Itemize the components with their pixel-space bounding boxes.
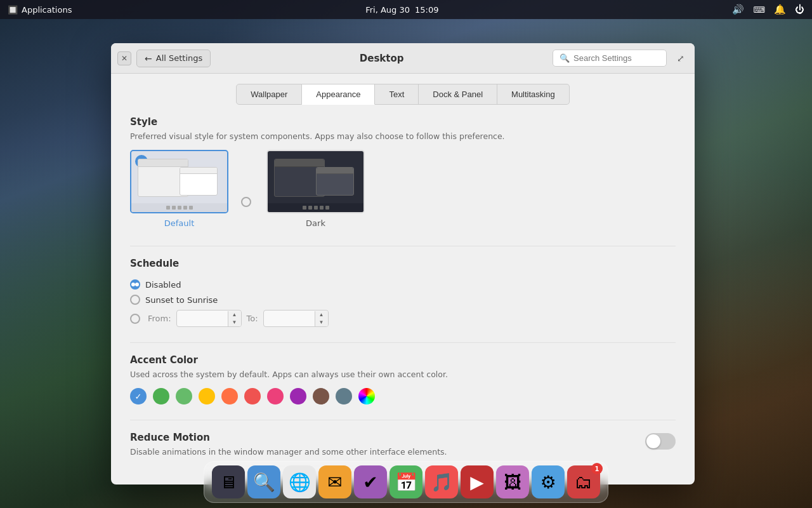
- dialog-title: Desktop: [360, 53, 404, 64]
- tab-multitasking[interactable]: Multitasking: [497, 84, 570, 105]
- search-input[interactable]: [573, 53, 660, 63]
- close-icon: ✕: [121, 54, 128, 63]
- dock-item-display[interactable]: 🖥: [212, 465, 245, 498]
- accent-yellow[interactable]: [199, 388, 215, 404]
- style-option-default[interactable]: ✓: [130, 150, 228, 228]
- notification-icon[interactable]: 🔔: [774, 4, 786, 15]
- dock-settings-icon: ⚙: [540, 472, 556, 493]
- accent-multicolor[interactable]: [358, 388, 375, 404]
- from-time-down[interactable]: ▼: [228, 319, 241, 326]
- dock-tasks-icon: ✔: [363, 472, 377, 493]
- reduce-motion-desc: Disable animations in the window manager…: [130, 447, 447, 457]
- tab-dock-panel[interactable]: Dock & Panel: [419, 84, 497, 105]
- dock-item-search[interactable]: 🔍: [247, 465, 280, 498]
- accent-pink[interactable]: [267, 388, 284, 404]
- style-section-desc: Preferred visual style for system compon…: [130, 131, 676, 141]
- tab-wallpaper[interactable]: Wallpaper: [236, 84, 302, 105]
- style-preview-dark: [266, 150, 365, 213]
- search-icon: 🔍: [560, 53, 570, 63]
- topbar: 🔲 Applications Fri, Aug 30 15:09 🔊 ⌨ 🔔 ⏻: [0, 0, 812, 19]
- accent-color-row: [130, 388, 676, 404]
- dock-photos-icon: 🖼: [504, 472, 521, 493]
- accent-blue-default[interactable]: [130, 388, 147, 404]
- accent-green-2[interactable]: [176, 388, 192, 404]
- schedule-disabled-radio[interactable]: [130, 279, 140, 290]
- tab-text[interactable]: Text: [375, 84, 419, 105]
- schedule-section: Schedule Disabled Sunset to Sunrise From…: [130, 258, 676, 327]
- from-time-field[interactable]: 20:00: [177, 311, 228, 326]
- taskbar-dot: [189, 206, 193, 210]
- to-time-down[interactable]: ▼: [315, 319, 328, 326]
- preview-titlebar-1: [138, 159, 188, 167]
- desktop-settings-dialog: ✕ ← All Settings Desktop 🔍 ⤢ Wallpaper A…: [111, 43, 695, 485]
- from-time-up[interactable]: ▲: [228, 311, 241, 319]
- schedule-title: Schedule: [130, 258, 676, 269]
- dock-item-browser[interactable]: 🌐: [283, 465, 316, 498]
- schedule-sunset-label: Sunset to Sunrise: [145, 295, 218, 305]
- applications-label[interactable]: Applications: [22, 5, 72, 15]
- style-section-title: Style: [130, 116, 676, 128]
- back-label: All Settings: [156, 53, 203, 63]
- schedule-custom-radio[interactable]: [130, 314, 140, 324]
- accent-red[interactable]: [244, 388, 261, 404]
- taskbar-dot: [178, 206, 181, 210]
- accent-section: Accent Color Used across the system by d…: [130, 354, 676, 404]
- reduce-motion-toggle[interactable]: [645, 433, 676, 450]
- accent-desc: Used across the system by default. Apps …: [130, 370, 676, 379]
- style-dark-label: Dark: [306, 218, 325, 228]
- accent-purple[interactable]: [290, 388, 306, 404]
- expand-button[interactable]: ⤢: [673, 51, 688, 66]
- dock-item-music[interactable]: 🎵: [425, 465, 458, 498]
- tab-appearance[interactable]: Appearance: [302, 84, 375, 105]
- schedule-sunset-row[interactable]: Sunset to Sunrise: [130, 295, 676, 305]
- dock-music-icon: 🎵: [431, 472, 453, 493]
- dock-video-icon: ▶: [470, 472, 484, 493]
- dock: 🖥 🔍 🌐 ✉ ✔ 📅 🎵 ▶ 🖼 ⚙ 🗂 1: [204, 461, 608, 503]
- expand-icon: ⤢: [677, 53, 684, 64]
- schedule-sunset-radio[interactable]: [130, 295, 140, 305]
- dock-item-mail[interactable]: ✉: [318, 465, 351, 498]
- dock-item-tasks[interactable]: ✔: [354, 465, 387, 498]
- style-default-label: Default: [164, 218, 195, 228]
- taskbar-dot: [172, 206, 176, 210]
- schedule-disabled-label: Disabled: [145, 280, 181, 290]
- close-button[interactable]: ✕: [117, 51, 131, 65]
- style-dark-radio[interactable]: [241, 197, 251, 207]
- accent-gray[interactable]: [336, 388, 352, 404]
- taskbar-dot: [166, 206, 170, 210]
- app-menu-icon[interactable]: 🔲: [8, 5, 18, 15]
- date-label: Fri, Aug 30: [365, 5, 410, 15]
- volume-icon[interactable]: 🔊: [732, 4, 744, 15]
- accent-orange[interactable]: [221, 388, 238, 404]
- from-time-input[interactable]: 20:00 ▲ ▼: [176, 310, 242, 327]
- style-option-dark[interactable]: Dark: [266, 150, 365, 228]
- dock-item-settings[interactable]: ⚙: [532, 465, 565, 498]
- dock-item-appstore[interactable]: 🗂 1: [567, 465, 600, 498]
- preview-titlebar-2: [180, 168, 217, 174]
- dialog-titlebar: ✕ ← All Settings Desktop 🔍 ⤢: [111, 43, 695, 74]
- dock-search-icon: 🔍: [253, 472, 275, 493]
- schedule-disabled-row[interactable]: Disabled: [130, 279, 676, 290]
- to-time-input[interactable]: 06:00 ▲ ▼: [263, 310, 329, 327]
- dock-item-photos[interactable]: 🖼: [496, 465, 529, 498]
- style-options: ✓: [130, 150, 676, 228]
- separator-2: [130, 342, 676, 343]
- accent-green-1[interactable]: [153, 388, 169, 404]
- dock-item-calendar[interactable]: 📅: [390, 465, 422, 498]
- to-time-up[interactable]: ▲: [315, 311, 328, 319]
- taskbar-dot-dark: [308, 206, 312, 210]
- dock-calendar-icon: 📅: [395, 472, 417, 493]
- dock-item-video[interactable]: ▶: [461, 465, 494, 498]
- time-label: 15:09: [415, 5, 438, 15]
- power-icon[interactable]: ⏻: [795, 4, 804, 15]
- to-time-field[interactable]: 06:00: [264, 311, 315, 326]
- taskbar-dot-dark: [320, 206, 324, 210]
- from-label: From:: [148, 314, 171, 323]
- back-button[interactable]: ← All Settings: [136, 50, 211, 67]
- keyboard-icon[interactable]: ⌨: [753, 5, 765, 15]
- search-box[interactable]: 🔍: [553, 50, 667, 67]
- accent-brown[interactable]: [313, 388, 329, 404]
- dock-appstore-icon: 🗂: [575, 472, 593, 493]
- dock-display-icon: 🖥: [219, 472, 237, 493]
- reduce-motion-title: Reduce Motion: [130, 432, 447, 443]
